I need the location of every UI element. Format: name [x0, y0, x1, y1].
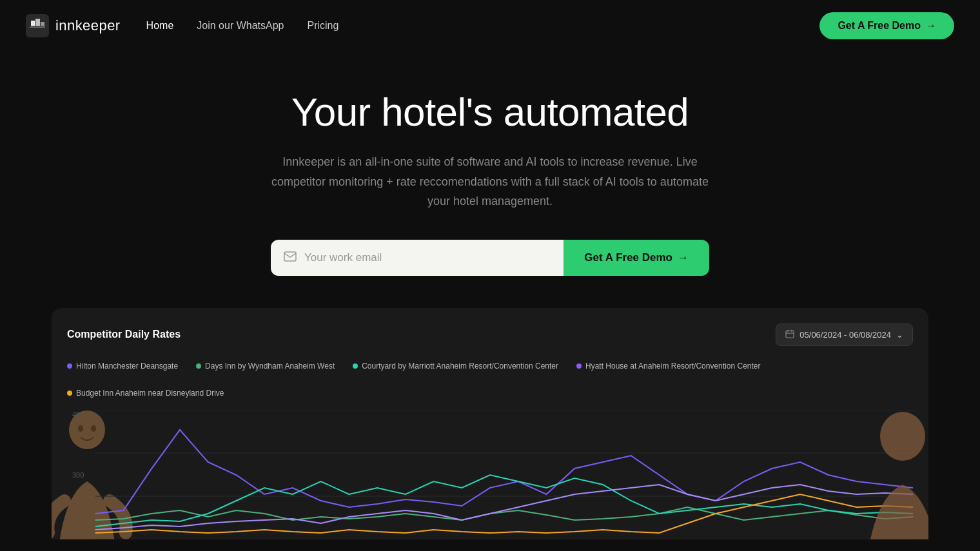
hero-title: Your hotel's automated — [291, 90, 689, 134]
legend-label-2: Courtyard by Marriott Anaheim Resort/Con… — [362, 362, 558, 371]
svg-point-14 — [880, 412, 925, 461]
chart-area: 200 300 400 — [67, 411, 913, 539]
nav-link-pricing[interactable]: Pricing — [307, 20, 338, 31]
logo-text: innkeeper — [55, 17, 121, 34]
hero-cta-button[interactable]: Get A Free Demo → — [564, 240, 709, 276]
chart-title: Competitor Daily Rates — [67, 329, 181, 340]
nav-links: Home Join our WhatsApp Pricing — [146, 20, 339, 32]
legend-label-3: Hyatt House at Anaheim Resort/Convention… — [585, 362, 760, 371]
deco-right — [806, 411, 928, 539]
legend-item-3: Hyatt House at Anaheim Resort/Convention… — [576, 362, 760, 371]
legend-item-0: Hilton Manchester Deansgate — [67, 362, 178, 371]
nav-item-home[interactable]: Home — [146, 20, 174, 32]
logo-icon — [26, 14, 49, 37]
email-input[interactable] — [304, 240, 551, 276]
date-range-label: 05/06/2024 - 06/08/2024 — [799, 330, 891, 340]
hero-section: Your hotel's automated Innkeeper is an a… — [0, 52, 980, 308]
legend-dot-4 — [67, 391, 72, 396]
chart-svg — [67, 411, 913, 539]
legend-label-4: Budget Inn Anaheim near Disneyland Drive — [76, 389, 224, 398]
nav-link-whatsapp[interactable]: Join our WhatsApp — [197, 20, 284, 31]
hero-cta-arrow: → — [678, 251, 689, 264]
legend-item-2: Courtyard by Marriott Anaheim Resort/Con… — [353, 362, 558, 371]
nav-cta-label: Get A Free Demo — [838, 20, 921, 32]
chart-legend: Hilton Manchester Deansgate Days Inn by … — [67, 362, 913, 398]
y-label-400: 400 — [72, 411, 84, 418]
legend-dot-2 — [353, 363, 358, 369]
hero-cta-label: Get A Free Demo — [584, 251, 672, 264]
date-range-picker[interactable]: 05/06/2024 - 06/08/2024 ⌄ — [776, 324, 913, 346]
svg-rect-2 — [284, 252, 296, 261]
legend-dot-0 — [67, 363, 72, 369]
y-axis-labels: 200 300 400 — [67, 411, 89, 539]
legend-item-4: Budget Inn Anaheim near Disneyland Drive — [67, 389, 224, 398]
nav-cta-button[interactable]: Get A Free Demo → — [819, 12, 954, 39]
legend-dot-1 — [196, 363, 201, 369]
y-label-300: 300 — [72, 471, 84, 479]
chart-header: Competitor Daily Rates 05/06/2024 - 06/0… — [67, 324, 913, 346]
navbar: innkeeper Home Join our WhatsApp Pricing… — [0, 0, 980, 52]
chart-section: Competitor Daily Rates 05/06/2024 - 06/0… — [52, 308, 928, 539]
mail-icon — [284, 250, 297, 265]
svg-rect-6 — [786, 331, 794, 338]
nav-item-whatsapp[interactable]: Join our WhatsApp — [197, 20, 284, 32]
hero-subtitle: Innkeeper is an all-in-one suite of soft… — [271, 152, 709, 211]
chevron-down-icon: ⌄ — [896, 330, 903, 340]
nav-left: innkeeper Home Join our WhatsApp Pricing — [26, 14, 338, 37]
logo-link[interactable]: innkeeper — [26, 14, 121, 37]
email-form-row: Get A Free Demo → — [271, 240, 709, 276]
legend-label-1: Days Inn by Wyndham Anaheim West — [205, 362, 335, 371]
legend-item-1: Days Inn by Wyndham Anaheim West — [196, 362, 335, 371]
nav-cta-arrow: → — [926, 20, 936, 32]
calendar-icon — [785, 329, 794, 340]
legend-dot-3 — [576, 363, 582, 369]
y-label-200: 200 — [72, 532, 84, 539]
email-input-container — [271, 240, 564, 276]
nav-link-home[interactable]: Home — [146, 20, 174, 31]
legend-label-0: Hilton Manchester Deansgate — [76, 362, 178, 371]
nav-item-pricing[interactable]: Pricing — [307, 20, 338, 32]
